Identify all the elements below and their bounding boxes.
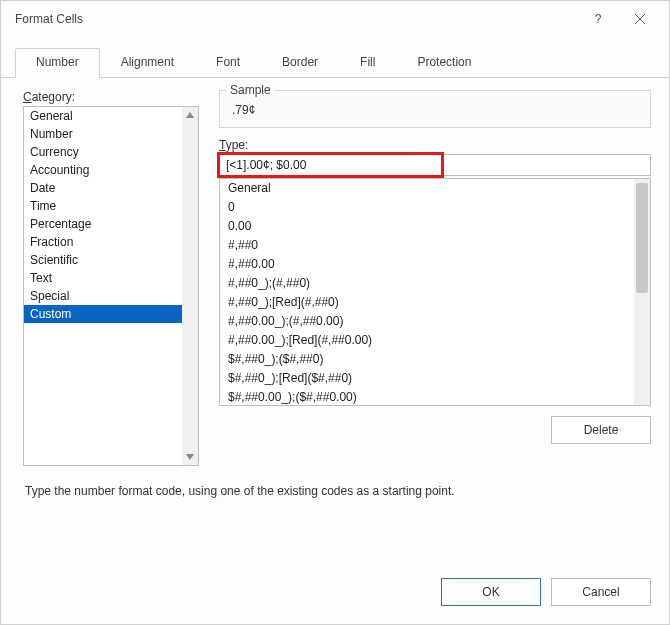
category-column: Category: General Number Currency Accoun… (23, 90, 199, 466)
list-item[interactable]: #,##0.00 (220, 255, 634, 274)
dialog-body: Category: General Number Currency Accoun… (1, 78, 669, 564)
category-list-items: General Number Currency Accounting Date … (24, 107, 182, 465)
list-item[interactable]: $#,##0_);($#,##0) (220, 350, 634, 369)
close-icon (634, 13, 646, 25)
type-label: Type: (219, 138, 651, 152)
list-item[interactable]: 0 (220, 198, 634, 217)
type-input[interactable] (219, 154, 651, 176)
ok-button[interactable]: OK (441, 578, 541, 606)
list-item[interactable]: Time (24, 197, 182, 215)
list-item[interactable]: General (220, 179, 634, 198)
tab-border[interactable]: Border (261, 48, 339, 78)
window-title: Format Cells (15, 12, 83, 26)
list-item[interactable]: #,##0 (220, 236, 634, 255)
scrollbar-track[interactable] (182, 107, 198, 465)
svg-marker-3 (186, 454, 194, 460)
list-item[interactable]: Fraction (24, 233, 182, 251)
format-cells-dialog: Format Cells ? Number Alignment Font Bor… (0, 0, 670, 625)
tab-strip: Number Alignment Font Border Fill Protec… (1, 47, 669, 78)
list-item[interactable]: Number (24, 125, 182, 143)
list-item[interactable]: $#,##0_);[Red]($#,##0) (220, 369, 634, 388)
scrollbar-thumb[interactable] (636, 183, 648, 293)
sample-label: Sample (226, 83, 275, 97)
scrollbar-track[interactable] (634, 179, 650, 405)
category-listbox[interactable]: General Number Currency Accounting Date … (23, 106, 199, 466)
type-input-wrap (219, 154, 651, 176)
sample-value: .79¢ (230, 103, 640, 117)
list-item[interactable]: #,##0.00_);(#,##0.00) (220, 312, 634, 331)
list-item[interactable]: Special (24, 287, 182, 305)
delete-button[interactable]: Delete (551, 416, 651, 444)
tab-fill[interactable]: Fill (339, 48, 396, 78)
cancel-button[interactable]: Cancel (551, 578, 651, 606)
scroll-up-icon[interactable] (182, 107, 198, 123)
category-label: Category: (23, 90, 199, 104)
help-button[interactable]: ? (577, 1, 619, 37)
tab-protection[interactable]: Protection (396, 48, 492, 78)
list-item[interactable]: Accounting (24, 161, 182, 179)
help-icon: ? (595, 12, 602, 26)
tab-alignment[interactable]: Alignment (100, 48, 195, 78)
list-item[interactable]: Currency (24, 143, 182, 161)
tab-number[interactable]: Number (15, 48, 100, 78)
svg-marker-2 (186, 112, 194, 118)
format-items: General 0 0.00 #,##0 #,##0.00 #,##0_);(#… (220, 179, 634, 405)
delete-row: Delete (219, 416, 651, 444)
list-item[interactable]: General (24, 107, 182, 125)
sample-box: Sample .79¢ (219, 90, 651, 128)
list-item[interactable]: Text (24, 269, 182, 287)
list-item[interactable]: Custom (24, 305, 182, 323)
close-button[interactable] (619, 1, 661, 37)
tab-font[interactable]: Font (195, 48, 261, 78)
list-item[interactable]: Percentage (24, 215, 182, 233)
list-item[interactable]: Scientific (24, 251, 182, 269)
titlebar: Format Cells ? (1, 1, 669, 37)
format-code-listbox[interactable]: General 0 0.00 #,##0 #,##0.00 #,##0_);(#… (219, 178, 651, 406)
hint-text: Type the number format code, using one o… (25, 484, 651, 498)
list-item[interactable]: #,##0.00_);[Red](#,##0.00) (220, 331, 634, 350)
right-column: Sample .79¢ Type: General 0 0.00 #,##0 #… (219, 90, 651, 466)
list-item[interactable]: #,##0_);[Red](#,##0) (220, 293, 634, 312)
dialog-footer: OK Cancel (1, 564, 669, 624)
list-item[interactable]: $#,##0.00_);($#,##0.00) (220, 388, 634, 405)
scroll-down-icon[interactable] (182, 449, 198, 465)
content-row: Category: General Number Currency Accoun… (23, 90, 651, 466)
list-item[interactable]: Date (24, 179, 182, 197)
list-item[interactable]: 0.00 (220, 217, 634, 236)
list-item[interactable]: #,##0_);(#,##0) (220, 274, 634, 293)
